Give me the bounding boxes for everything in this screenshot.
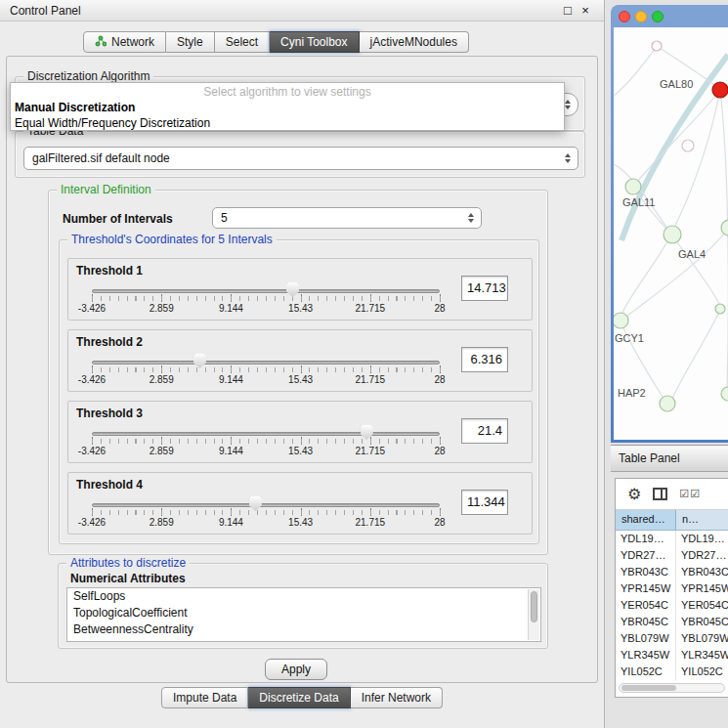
tick-label: 2.859 <box>150 374 174 385</box>
column-header-name[interactable]: n… <box>676 510 728 530</box>
network-edge[interactable] <box>614 47 657 96</box>
table-cell[interactable]: YIL052C <box>676 664 728 680</box>
tab-network[interactable]: Network <box>83 31 166 53</box>
slider-thumb[interactable] <box>193 354 206 368</box>
table-row[interactable]: YLR345WYLR345W <box>616 647 728 664</box>
network-node[interactable] <box>721 387 728 401</box>
window-title: Control Panel <box>10 4 559 18</box>
threshold-value-field[interactable]: 21.4 <box>461 418 508 444</box>
threshold-value-field[interactable]: 11.344 <box>461 490 508 515</box>
table-cell[interactable]: YBR045C <box>616 614 676 630</box>
close-traffic-light-icon[interactable] <box>619 11 630 22</box>
slider-track[interactable] <box>92 503 440 507</box>
table-data-select[interactable]: galFiltered.sif default node <box>23 147 578 170</box>
tab-cyni-toolbox[interactable]: Cyni Toolbox <box>270 31 359 53</box>
slider-track[interactable] <box>92 432 440 436</box>
float-window-icon[interactable]: □ <box>559 3 577 18</box>
table-cell[interactable]: YBR045C <box>676 614 728 630</box>
number-of-intervals-select[interactable]: 5 <box>212 207 482 229</box>
table-row[interactable]: YPR145WYPR145W <box>616 580 728 597</box>
slider-track[interactable] <box>92 289 440 293</box>
table-cell[interactable]: YBR043C <box>616 564 676 580</box>
table-cell[interactable]: YLR345W <box>676 647 728 664</box>
select-columns-icon[interactable]: ☑☑ <box>679 488 701 500</box>
table-panel-header[interactable]: Table Panel <box>611 445 728 472</box>
table-row[interactable]: YDR27…YDR27… <box>616 547 728 564</box>
tab-impute-data[interactable]: Impute Data <box>161 687 248 708</box>
numerical-attributes-list[interactable]: SelfLoopsTopologicalCoefficientBetweenne… <box>66 587 541 642</box>
network-node[interactable] <box>721 220 728 236</box>
network-node[interactable] <box>625 179 641 194</box>
list-scrollbar[interactable] <box>528 589 539 640</box>
table-cell[interactable]: YPR145W <box>616 580 676 597</box>
zoom-traffic-light-icon[interactable] <box>652 11 664 22</box>
tab-style[interactable]: Style <box>166 31 215 53</box>
tick-label: 15.43 <box>288 446 313 456</box>
tick-label: 2.859 <box>150 303 174 314</box>
table-cell[interactable]: YBL079W <box>676 630 728 647</box>
stepper-icon <box>565 153 571 163</box>
apply-button[interactable]: Apply <box>265 659 327 680</box>
network-node[interactable] <box>712 82 728 98</box>
tick-label: 9.144 <box>219 517 243 528</box>
list-item[interactable]: SelfLoops <box>67 588 540 605</box>
table-row[interactable]: YER054CYER054C <box>616 597 728 614</box>
table-cell[interactable]: YER054C <box>616 597 676 614</box>
tab-discretize-data[interactable]: Discretize Data <box>248 687 350 708</box>
table-cell[interactable]: YDL19… <box>616 531 676 547</box>
table-panel-title: Table Panel <box>619 451 680 465</box>
list-item[interactable]: BetweennessCentrality <box>67 621 540 638</box>
table-data-group: Table Data galFiltered.sif default node <box>15 131 585 178</box>
slider-thumb[interactable] <box>286 282 299 297</box>
slider-minor-ticks <box>92 296 441 301</box>
slider-thumb[interactable] <box>249 496 262 511</box>
slider-track[interactable] <box>92 361 440 364</box>
column-header-shared-name[interactable]: shared… <box>616 510 676 530</box>
network-edge[interactable] <box>672 310 720 399</box>
network-node[interactable] <box>652 41 662 51</box>
table-cell[interactable]: YDL19… <box>676 531 728 547</box>
popup-option-equal-width-frequency[interactable]: Equal Width/Frequency Discretization <box>11 115 564 131</box>
table-cell[interactable]: YER054C <box>676 597 728 614</box>
tick-label: 28 <box>434 303 445 314</box>
table-body: YDL19…YDL19…YDR27…YDR27…YBR043CYBR043CYP… <box>616 531 728 680</box>
table-cell[interactable]: YDR27… <box>676 547 728 564</box>
network-edge[interactable] <box>675 90 720 226</box>
network-node[interactable] <box>715 304 725 314</box>
threshold-value-field[interactable]: 6.316 <box>461 347 508 372</box>
columns-icon[interactable] <box>653 488 667 500</box>
group-label: Interval Definition <box>57 183 155 196</box>
network-node[interactable] <box>614 313 628 328</box>
network-edge[interactable] <box>634 189 665 228</box>
horizontal-scrollbar[interactable] <box>619 683 725 693</box>
popup-option-manual-discretization[interactable]: Manual Discretization <box>11 100 564 115</box>
network-node[interactable] <box>664 226 681 243</box>
minimize-traffic-light-icon[interactable] <box>635 11 647 22</box>
table-cell[interactable]: YIL052C <box>616 664 676 680</box>
gear-icon[interactable]: ⚙ <box>627 487 641 502</box>
tab-infer-network[interactable]: Infer Network <box>351 687 443 708</box>
tab-select[interactable]: Select <box>215 31 270 53</box>
table-row[interactable]: YBR043CYBR043C <box>616 564 728 580</box>
table-cell[interactable]: YPR145W <box>676 580 728 597</box>
network-node[interactable] <box>660 396 675 411</box>
list-item[interactable]: TopologicalCoefficient <box>67 605 540 621</box>
table-cell[interactable]: YBR043C <box>676 564 728 580</box>
table-cell[interactable]: YDR27… <box>616 547 676 564</box>
table-cell[interactable]: YLR345W <box>616 647 676 664</box>
network-canvas[interactable]: GAL80GAL11GAL4GCY1HAP2 <box>614 27 728 440</box>
table-cell[interactable]: YBL079W <box>616 630 676 647</box>
table-row[interactable]: YIL052CYIL052C <box>616 664 728 680</box>
table-row[interactable]: YBR045CYBR045C <box>616 614 728 630</box>
tick-label: 21.715 <box>356 303 386 314</box>
scrollbar-thumb[interactable] <box>531 591 537 622</box>
tab-jactivemnodules[interactable]: jActiveMNodules <box>360 31 469 53</box>
table-row[interactable]: YBL079WYBL079W <box>616 630 728 647</box>
network-edge[interactable] <box>638 90 720 181</box>
network-edge[interactable] <box>720 90 728 391</box>
table-row[interactable]: YDL19…YDL19… <box>616 531 728 547</box>
network-node[interactable] <box>682 140 694 151</box>
close-window-icon[interactable]: × <box>577 3 594 18</box>
scrollbar-thumb[interactable] <box>621 685 676 691</box>
threshold-value-field[interactable]: 14.713 <box>461 276 508 301</box>
